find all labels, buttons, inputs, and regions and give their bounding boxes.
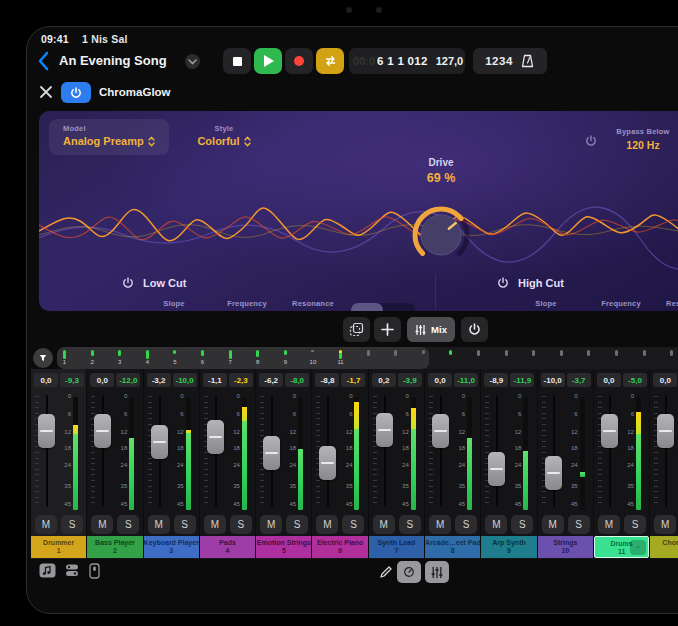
channel-name-plate[interactable]: Synth Lead 7 — [369, 536, 424, 558]
fader-track[interactable] — [609, 395, 611, 507]
channel-volume-value[interactable]: -1,1 — [203, 373, 227, 387]
collapse-chevron-button[interactable] — [630, 540, 646, 555]
mute-button[interactable]: M — [485, 515, 507, 534]
channel-volume-value[interactable]: 0,0 — [653, 373, 677, 387]
fader-handle[interactable] — [319, 446, 336, 480]
channel-name-plate[interactable]: Arcade…eet Pad 8 — [425, 536, 480, 558]
solo-button[interactable]: S — [624, 515, 646, 534]
drive-knob[interactable] — [409, 203, 473, 267]
mute-button[interactable]: M — [654, 515, 676, 534]
faders-view-button[interactable] — [425, 561, 449, 583]
browser-loops-icon[interactable] — [39, 563, 56, 578]
channel-name-plate[interactable]: Strings 10 — [538, 536, 593, 558]
style-selector[interactable]: Style Colorful — [181, 119, 267, 155]
fader-handle[interactable] — [376, 413, 393, 447]
channel-name-plate[interactable]: Bass Player 2 — [87, 536, 142, 558]
channel-name-plate[interactable]: Pads 4 — [200, 536, 255, 558]
low-cut-resonance[interactable]: Resonance 0.71 — [283, 299, 343, 311]
channel-volume-value[interactable]: 0,0 — [597, 373, 621, 387]
solo-button[interactable]: S — [342, 515, 364, 534]
fader-handle[interactable] — [432, 414, 449, 448]
mute-button[interactable]: M — [260, 515, 282, 534]
fader-track[interactable] — [553, 395, 555, 507]
mute-button[interactable]: M — [91, 515, 113, 534]
channel-volume-value[interactable]: 0,2 — [372, 373, 396, 387]
low-cut-frequency[interactable]: Frequency 500 Hz — [217, 299, 277, 311]
fader-handle[interactable] — [545, 456, 562, 490]
high-cut-power-icon[interactable] — [497, 277, 509, 289]
bypass-below-control[interactable]: Bypass Below 120 Hz — [605, 127, 678, 151]
play-button[interactable] — [254, 48, 282, 74]
mute-button[interactable]: M — [598, 515, 620, 534]
fader-track[interactable] — [440, 395, 442, 507]
channel-volume-value[interactable]: -8,8 — [315, 373, 339, 387]
fader-handle[interactable] — [38, 414, 55, 448]
count-in-metronome-group[interactable]: 1234 — [473, 48, 547, 74]
model-selector[interactable]: Model Analog Preamp — [49, 119, 169, 155]
fader-handle[interactable] — [488, 452, 505, 486]
bypass-power-icon[interactable] — [585, 135, 597, 147]
low-cut-post-button[interactable]: Post — [383, 303, 415, 311]
channel-volume-value[interactable]: 0,0 — [90, 373, 114, 387]
cycle-button[interactable] — [316, 48, 344, 74]
fader-handle[interactable] — [207, 420, 224, 454]
mute-button[interactable]: M — [542, 515, 564, 534]
stop-button[interactable] — [223, 48, 251, 74]
add-track-button[interactable] — [374, 317, 401, 342]
solo-button[interactable]: S — [455, 515, 477, 534]
mute-button[interactable]: M — [148, 515, 170, 534]
channel-name-plate[interactable]: Keyboard Player 3 — [144, 536, 199, 558]
solo-button[interactable]: S — [568, 515, 590, 534]
pencil-icon[interactable] — [379, 565, 393, 579]
plugin-power-button[interactable] — [61, 82, 91, 103]
fader-handle[interactable] — [601, 414, 618, 448]
duplicate-button[interactable] — [343, 317, 370, 342]
overview-viewport[interactable] — [57, 347, 429, 369]
lcd-display[interactable]: 00:0 6 1 1 012 127,0 4/4C maj In: OutMID… — [349, 48, 465, 74]
channel-name-plate[interactable]: Arp Synth 9 — [481, 536, 536, 558]
mute-button[interactable]: M — [373, 515, 395, 534]
channel-strip-icon[interactable] — [89, 563, 100, 579]
channel-volume-value[interactable]: -10,0 — [541, 373, 565, 387]
channel-volume-value[interactable]: -3,2 — [147, 373, 171, 387]
solo-button[interactable]: S — [286, 515, 308, 534]
fader-track[interactable] — [384, 395, 386, 507]
solo-button[interactable]: S — [230, 515, 252, 534]
knob-view-button[interactable] — [397, 561, 421, 583]
close-icon[interactable] — [39, 85, 53, 99]
count-in-label[interactable]: 1234 — [485, 55, 513, 67]
mixer-overview-strip[interactable]: 1234567891011 — [57, 347, 678, 369]
mute-button[interactable]: M — [316, 515, 338, 534]
fader-handle[interactable] — [151, 425, 168, 459]
plugins-icon[interactable] — [65, 563, 79, 577]
channel-name-plate[interactable]: Drummer 1 — [31, 536, 86, 558]
solo-button[interactable]: S — [511, 515, 533, 534]
mixer-power-button[interactable] — [461, 317, 488, 342]
channel-volume-value[interactable]: 0,0 — [428, 373, 452, 387]
fader-handle[interactable] — [657, 414, 674, 448]
back-chevron-icon[interactable] — [37, 51, 51, 71]
fader-handle[interactable] — [263, 436, 280, 470]
high-cut-slope[interactable]: Slope 24 dB/Oct — [509, 299, 583, 311]
low-cut-pre-button[interactable]: Pre — [351, 303, 383, 311]
fader-track[interactable] — [665, 395, 667, 507]
track-filter-button[interactable] — [33, 348, 53, 368]
mute-button[interactable]: M — [204, 515, 226, 534]
mix-mode-button[interactable]: Mix — [407, 317, 455, 342]
solo-button[interactable]: S — [399, 515, 421, 534]
solo-button[interactable]: S — [174, 515, 196, 534]
fader-track[interactable] — [102, 395, 104, 507]
channel-name-plate[interactable]: Emotion Strings 5 — [256, 536, 311, 558]
channel-name-plate[interactable]: Drums 11 — [594, 536, 649, 558]
low-cut-power-icon[interactable] — [122, 277, 134, 289]
song-title-chevron-icon[interactable] — [185, 54, 200, 69]
channel-volume-value[interactable]: 0,0 — [34, 373, 58, 387]
metronome-icon[interactable] — [520, 54, 535, 68]
fader-track[interactable] — [496, 395, 498, 507]
low-cut-slope[interactable]: Slope 24 dB/Oct — [137, 299, 211, 311]
channel-volume-value[interactable]: -8,9 — [484, 373, 508, 387]
channel-volume-value[interactable]: -6,2 — [259, 373, 283, 387]
solo-button[interactable]: S — [117, 515, 139, 534]
record-button[interactable] — [285, 48, 313, 74]
fader-track[interactable] — [46, 395, 48, 507]
